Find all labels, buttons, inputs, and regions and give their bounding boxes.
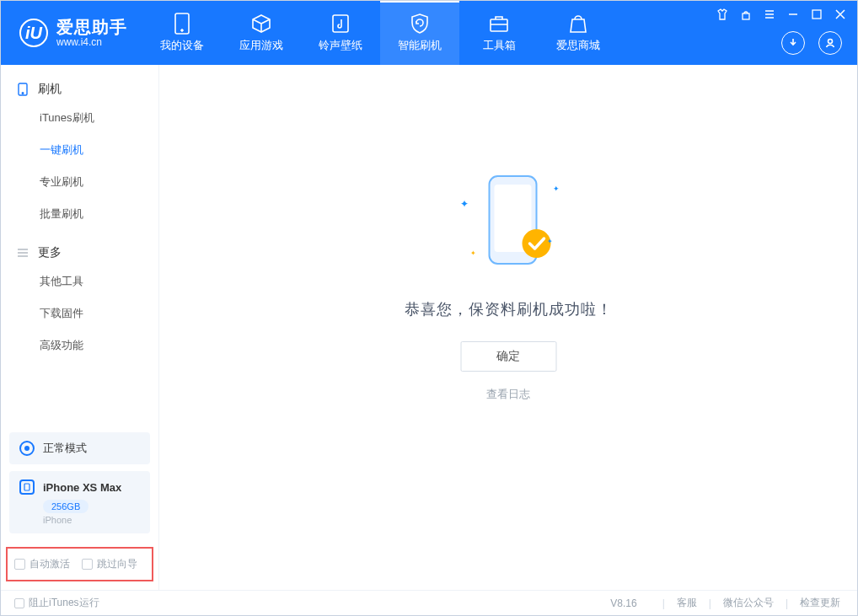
logo[interactable]: iU 爱思助手 www.i4.cn: [1, 1, 142, 65]
sidebar-group-flash[interactable]: 刷机: [1, 77, 158, 102]
view-log-link[interactable]: 查看日志: [405, 387, 613, 402]
header-actions: [781, 31, 842, 55]
nav-tab-label: 应用游戏: [239, 38, 283, 53]
menu-icon[interactable]: [763, 8, 776, 21]
device-phone-icon: [19, 479, 35, 495]
user-icon[interactable]: [818, 31, 842, 55]
mode-icon: [19, 441, 35, 456]
check-label: 自动激活: [29, 557, 70, 571]
svg-rect-4: [743, 13, 749, 19]
download-icon[interactable]: [781, 31, 805, 55]
briefcase-icon: [488, 13, 510, 35]
nav-tab-label: 智能刷机: [398, 38, 442, 53]
footer-link-update[interactable]: 检查更新: [796, 596, 844, 610]
nav-tab-label: 铃声壁纸: [319, 38, 362, 53]
device-storage: 256GB: [43, 500, 88, 513]
device-type: iPhone: [43, 515, 140, 525]
nav-tab-apps[interactable]: 应用游戏: [222, 1, 301, 65]
footer: 阻止iTunes运行 V8.16 | 客服 | 微信公众号 | 检查更新: [1, 590, 857, 615]
check-label: 跳过向导: [97, 557, 137, 571]
titlebar-controls: [716, 8, 847, 21]
svg-point-6: [829, 40, 833, 44]
content-area: ✦ ✦ ✦ ✦ 恭喜您，保资料刷机成功啦！ 确定 查看日志: [159, 65, 857, 590]
nav-tab-toolbox[interactable]: 工具箱: [459, 1, 539, 65]
device-box[interactable]: iPhone XS Max 256GB iPhone: [9, 471, 150, 533]
skin-icon[interactable]: [716, 8, 729, 21]
sidebar-item-batch-flash[interactable]: 批量刷机: [1, 198, 158, 230]
success-message: 恭喜您，保资料刷机成功啦！: [405, 299, 613, 319]
sidebar-group-title: 更多: [38, 245, 62, 260]
music-icon: [330, 13, 351, 35]
header: iU 爱思助手 www.i4.cn 我的设备 应用游戏 铃声壁纸 智能刷机 工具…: [1, 1, 857, 65]
sidebar-item-itunes-flash[interactable]: iTunes刷机: [1, 102, 158, 134]
svg-rect-2: [333, 15, 348, 32]
shield-refresh-icon: [409, 13, 431, 35]
svg-point-8: [22, 93, 24, 94]
ok-button[interactable]: 确定: [460, 341, 556, 372]
nav-tab-store[interactable]: 爱思商城: [539, 1, 618, 65]
sidebar-item-download-firmware[interactable]: 下载固件: [1, 297, 158, 329]
app-title: 爱思助手: [56, 18, 127, 37]
check-skip-guide[interactable]: 跳过向导: [82, 557, 137, 571]
maximize-icon[interactable]: [810, 8, 823, 21]
mode-label: 正常模式: [43, 441, 87, 456]
sidebar-item-other-tools[interactable]: 其他工具: [1, 265, 158, 297]
nav-tabs: 我的设备 应用游戏 铃声壁纸 智能刷机 工具箱 爱思商城: [142, 1, 618, 65]
version-label: V8.16: [610, 597, 636, 609]
svg-rect-5: [812, 10, 821, 19]
logo-icon: iU: [19, 19, 48, 47]
cube-icon: [250, 13, 272, 35]
sparkle-icon: ✦: [470, 249, 476, 257]
sparkle-icon: ✦: [460, 198, 469, 210]
list-icon: [16, 246, 29, 260]
footer-link-support[interactable]: 客服: [673, 596, 700, 610]
highlighted-checks: 自动激活 跳过向导: [6, 547, 153, 581]
nav-tab-label: 工具箱: [483, 38, 516, 53]
svg-point-1: [181, 29, 184, 32]
lock-icon[interactable]: [739, 8, 753, 21]
sidebar: 刷机 iTunes刷机 一键刷机 专业刷机 批量刷机 更多 其他工具 下载固件 …: [1, 65, 159, 590]
sparkle-icon: ✦: [553, 185, 560, 193]
close-icon[interactable]: [834, 8, 847, 21]
sidebar-item-onekey-flash[interactable]: 一键刷机: [1, 134, 158, 166]
nav-tab-flash[interactable]: 智能刷机: [380, 1, 459, 65]
device-name: iPhone XS Max: [43, 481, 121, 494]
sidebar-group-more[interactable]: 更多: [1, 240, 158, 265]
logo-text: 爱思助手 www.i4.cn: [56, 18, 127, 49]
minimize-icon[interactable]: [786, 8, 800, 21]
nav-tab-label: 爱思商城: [556, 38, 600, 53]
svg-point-12: [522, 229, 550, 258]
sidebar-item-pro-flash[interactable]: 专业刷机: [1, 166, 158, 198]
phone-icon: [16, 83, 29, 96]
sidebar-group-title: 刷机: [38, 82, 62, 97]
app-subtitle: www.i4.cn: [56, 37, 127, 49]
nav-tab-device[interactable]: 我的设备: [142, 1, 222, 65]
mode-box[interactable]: 正常模式: [9, 432, 150, 464]
svg-rect-9: [24, 484, 29, 490]
check-auto-activate[interactable]: 自动激活: [14, 557, 70, 571]
success-panel: ✦ ✦ ✦ ✦ 恭喜您，保资料刷机成功啦！ 确定 查看日志: [405, 169, 613, 402]
sidebar-item-advanced[interactable]: 高级功能: [1, 329, 158, 362]
check-label: 阻止iTunes运行: [29, 596, 99, 610]
footer-link-wechat[interactable]: 微信公众号: [720, 596, 777, 610]
sparkle-icon: ✦: [547, 238, 553, 245]
phone-success-illustration: ✦ ✦ ✦ ✦: [445, 169, 571, 279]
nav-tab-label: 我的设备: [160, 38, 204, 53]
device-icon: [171, 13, 193, 35]
check-block-itunes[interactable]: 阻止iTunes运行: [14, 596, 99, 610]
bag-icon: [567, 13, 589, 35]
nav-tab-ringtones[interactable]: 铃声壁纸: [301, 1, 380, 65]
svg-rect-3: [491, 19, 507, 31]
